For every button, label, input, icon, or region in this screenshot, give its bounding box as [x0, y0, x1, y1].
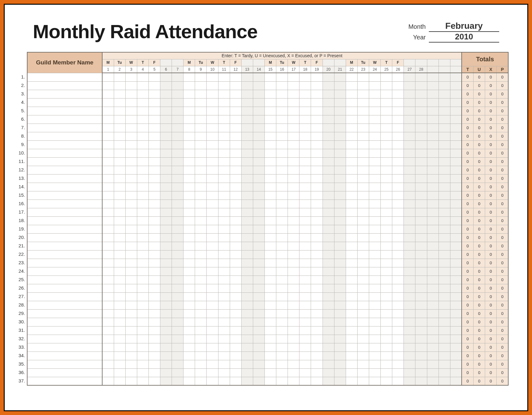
attendance-cell[interactable]: [323, 208, 334, 216]
attendance-cell[interactable]: [218, 233, 230, 242]
attendance-cell[interactable]: [148, 377, 160, 385]
attendance-cell[interactable]: [346, 115, 357, 124]
attendance-cell[interactable]: [288, 250, 299, 259]
attendance-cell[interactable]: [114, 377, 125, 385]
attendance-cell[interactable]: [392, 377, 404, 385]
attendance-cell[interactable]: [207, 267, 218, 276]
attendance-cell[interactable]: [137, 377, 148, 385]
attendance-cell[interactable]: [392, 107, 404, 115]
attendance-cell[interactable]: [218, 81, 230, 90]
attendance-cell[interactable]: [125, 368, 137, 377]
attendance-cell[interactable]: [230, 73, 241, 81]
attendance-cell[interactable]: [381, 166, 392, 174]
attendance-cell[interactable]: [102, 250, 114, 259]
attendance-cell[interactable]: [334, 98, 346, 107]
attendance-cell[interactable]: [415, 360, 427, 368]
attendance-cell[interactable]: [218, 98, 230, 107]
attendance-cell[interactable]: [323, 73, 334, 81]
attendance-cell[interactable]: [299, 200, 311, 208]
attendance-cell[interactable]: [230, 216, 241, 225]
attendance-cell[interactable]: [160, 98, 172, 107]
attendance-cell[interactable]: [334, 140, 346, 149]
member-name-cell[interactable]: [27, 233, 102, 242]
attendance-cell[interactable]: [172, 140, 183, 149]
attendance-cell[interactable]: [346, 267, 357, 276]
attendance-cell[interactable]: [241, 352, 253, 360]
attendance-cell[interactable]: [288, 225, 299, 233]
attendance-cell[interactable]: [404, 335, 415, 343]
attendance-cell[interactable]: [172, 335, 183, 343]
attendance-cell[interactable]: [334, 132, 346, 140]
attendance-cell[interactable]: [404, 216, 415, 225]
attendance-cell[interactable]: [241, 225, 253, 233]
attendance-cell[interactable]: [172, 352, 183, 360]
attendance-cell[interactable]: [334, 191, 346, 200]
attendance-cell[interactable]: [218, 132, 230, 140]
attendance-cell[interactable]: [334, 259, 346, 267]
attendance-cell[interactable]: [276, 368, 288, 377]
attendance-cell[interactable]: [218, 216, 230, 225]
attendance-cell[interactable]: [369, 360, 381, 368]
member-name-cell[interactable]: [27, 132, 102, 140]
member-name-cell[interactable]: [27, 90, 102, 98]
attendance-cell[interactable]: [148, 368, 160, 377]
attendance-cell[interactable]: [311, 284, 323, 292]
attendance-cell[interactable]: [299, 276, 311, 284]
attendance-cell[interactable]: [102, 292, 114, 301]
attendance-cell[interactable]: [183, 107, 195, 115]
attendance-cell[interactable]: [415, 267, 427, 276]
attendance-cell[interactable]: [323, 140, 334, 149]
attendance-cell[interactable]: [183, 377, 195, 385]
attendance-cell[interactable]: [381, 149, 392, 157]
attendance-cell[interactable]: [369, 90, 381, 98]
attendance-cell[interactable]: [183, 309, 195, 318]
attendance-cell[interactable]: [183, 132, 195, 140]
attendance-cell[interactable]: [346, 233, 357, 242]
attendance-cell[interactable]: [195, 276, 207, 284]
member-name-cell[interactable]: [27, 208, 102, 216]
attendance-cell[interactable]: [125, 284, 137, 292]
attendance-cell[interactable]: [415, 368, 427, 377]
attendance-cell[interactable]: [125, 377, 137, 385]
attendance-cell[interactable]: [334, 174, 346, 183]
attendance-cell[interactable]: [160, 183, 172, 191]
attendance-cell[interactable]: [299, 326, 311, 335]
attendance-cell[interactable]: [241, 250, 253, 259]
attendance-cell[interactable]: [172, 292, 183, 301]
attendance-cell[interactable]: [241, 368, 253, 377]
attendance-cell[interactable]: [160, 124, 172, 132]
attendance-cell[interactable]: [183, 90, 195, 98]
attendance-cell[interactable]: [299, 183, 311, 191]
attendance-cell[interactable]: [323, 191, 334, 200]
attendance-cell[interactable]: [230, 284, 241, 292]
attendance-cell[interactable]: [381, 352, 392, 360]
attendance-cell[interactable]: [415, 132, 427, 140]
attendance-cell[interactable]: [346, 124, 357, 132]
attendance-cell[interactable]: [334, 208, 346, 216]
attendance-cell[interactable]: [102, 368, 114, 377]
attendance-cell[interactable]: [265, 124, 276, 132]
member-name-cell[interactable]: [27, 73, 102, 81]
attendance-cell[interactable]: [334, 301, 346, 309]
attendance-cell[interactable]: [334, 149, 346, 157]
attendance-cell[interactable]: [218, 191, 230, 200]
attendance-cell[interactable]: [311, 259, 323, 267]
attendance-cell[interactable]: [323, 124, 334, 132]
attendance-cell[interactable]: [415, 292, 427, 301]
attendance-cell[interactable]: [230, 200, 241, 208]
attendance-cell[interactable]: [276, 309, 288, 318]
attendance-cell[interactable]: [230, 276, 241, 284]
attendance-cell[interactable]: [288, 292, 299, 301]
attendance-cell[interactable]: [369, 368, 381, 377]
attendance-cell[interactable]: [276, 225, 288, 233]
attendance-cell[interactable]: [102, 309, 114, 318]
attendance-cell[interactable]: [102, 124, 114, 132]
member-name-cell[interactable]: [27, 360, 102, 368]
attendance-cell[interactable]: [288, 233, 299, 242]
attendance-cell[interactable]: [357, 90, 369, 98]
attendance-cell[interactable]: [195, 267, 207, 276]
attendance-cell[interactable]: [241, 233, 253, 242]
attendance-cell[interactable]: [346, 309, 357, 318]
attendance-cell[interactable]: [218, 318, 230, 326]
attendance-cell[interactable]: [311, 98, 323, 107]
